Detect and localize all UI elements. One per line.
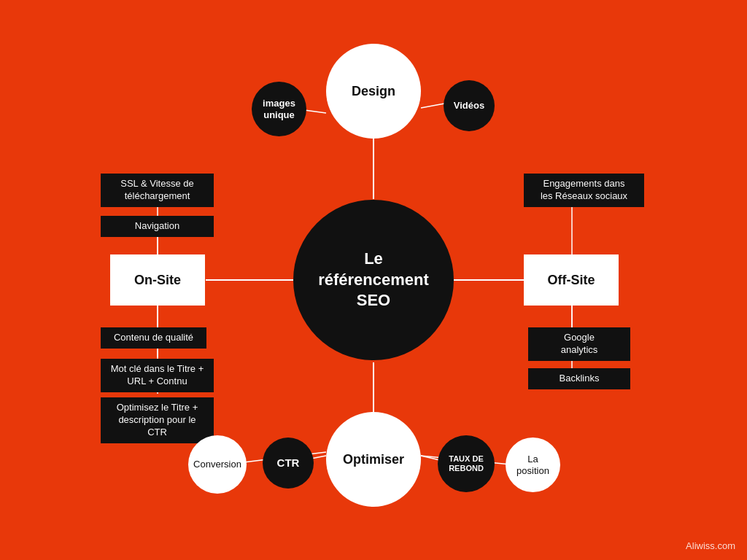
onsite-rect: On-Site — [110, 254, 205, 306]
videos-text: Vidéos — [454, 100, 484, 112]
optimiser-circle: Optimiser — [326, 412, 421, 507]
taux-rebond-circle: TAUX DEREBOND — [438, 435, 495, 492]
google-analytics-label: Googleanalytics — [528, 327, 630, 361]
motcle-label: Mot clé dans le Titre +URL + Contnu — [101, 359, 214, 392]
la-position-circle: Laposition — [506, 438, 560, 492]
offsite-label: Off-Site — [548, 273, 595, 288]
engagements-label: Engagements dansles Réseaux sociaux — [524, 174, 644, 207]
offsite-rect: Off-Site — [524, 254, 619, 306]
navigation-label: Navigation — [101, 216, 214, 237]
ctr-circle: CTR — [263, 438, 314, 489]
videos-circle: Vidéos — [444, 80, 495, 131]
watermark: Aliwiss.com — [686, 540, 735, 551]
conversion-text: Conversion — [193, 459, 241, 470]
taux-rebond-text: TAUX DEREBOND — [449, 454, 484, 473]
center-text: Le référencement SEO — [318, 249, 429, 311]
backlinks-label: Backlinks — [528, 368, 630, 389]
center-circle: Le référencement SEO — [293, 200, 454, 360]
ssl-label: SSL & Vitesse detéléchargement — [101, 174, 214, 207]
contenu-label: Contenu de qualité — [101, 327, 206, 349]
optimiser-label: Optimiser — [343, 452, 404, 467]
optimisez-label: Optimisez le Titre +description pour leC… — [101, 397, 214, 443]
onsite-label: On-Site — [134, 273, 181, 288]
images-unique-text: imagesunique — [263, 98, 295, 120]
ctr-text: CTR — [277, 456, 300, 470]
images-unique-circle: imagesunique — [252, 82, 306, 136]
design-circle: Design — [326, 44, 421, 139]
conversion-circle: Conversion — [188, 435, 247, 494]
design-label: Design — [352, 84, 395, 99]
la-position-text: Laposition — [516, 454, 549, 476]
